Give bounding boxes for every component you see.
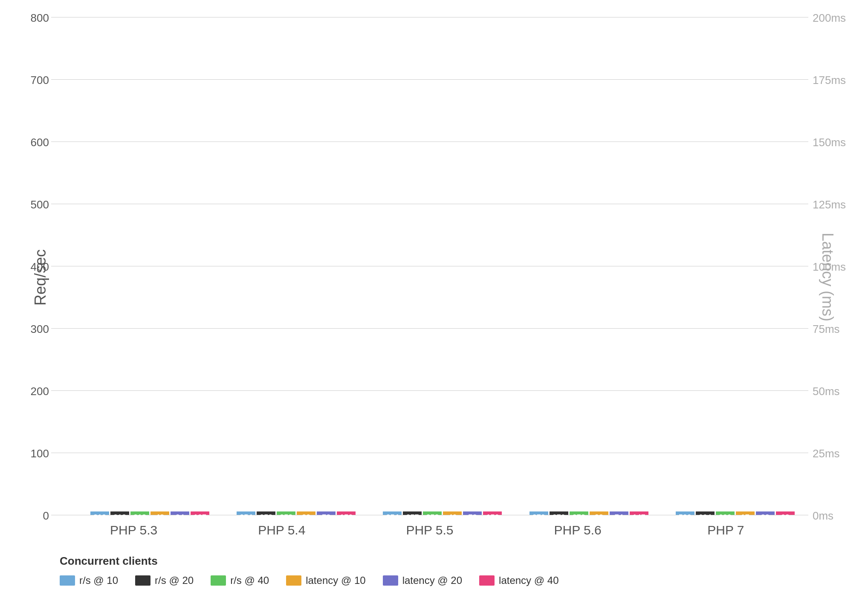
bar-value-label: 604	[696, 513, 715, 522]
bars-container: 2102132134894187254258258397815625425725…	[77, 17, 808, 515]
bar-value-label: 74	[610, 513, 628, 522]
left-tick-label: 700	[28, 74, 49, 87]
x-label-0: PHP 5.3	[100, 523, 168, 537]
bar: 258	[257, 511, 275, 515]
bar-wrapper: 210	[90, 511, 109, 515]
bar-wrapper: 147	[630, 511, 648, 515]
bar-wrapper: 272	[570, 511, 588, 515]
bar-value-label: 590	[676, 513, 694, 522]
legend-item-label: latency @ 20	[402, 575, 462, 586]
left-tick-label: 600	[28, 136, 49, 149]
bar-wrapper: 600	[716, 511, 735, 515]
bar-wrapper: 258	[257, 511, 275, 515]
legend-title: Concurrent clients	[60, 555, 158, 568]
legend-item-0: r/s @ 10	[60, 575, 118, 586]
x-label-1: PHP 5.4	[248, 523, 316, 537]
legend-color-swatch	[383, 575, 398, 586]
bar: 94	[171, 511, 189, 515]
bar: 78	[317, 511, 336, 515]
bar-value-label: 78	[317, 513, 336, 522]
bar-value-label: 213	[130, 513, 149, 522]
bar-wrapper: 213	[110, 511, 129, 515]
bar-wrapper: 156	[337, 511, 356, 515]
legend-item-1: r/s @ 20	[135, 575, 194, 586]
right-axis-label: Latency (ms)	[808, 17, 842, 537]
bar-group-3: 2702702723874147	[529, 511, 648, 515]
bar-wrapper: 258	[277, 511, 295, 515]
bar-wrapper: 270	[529, 511, 548, 515]
bar-value-label: 254	[237, 513, 255, 522]
bar-wrapper: 270	[550, 511, 568, 515]
bar-value-label: 258	[257, 513, 275, 522]
x-label-2: PHP 5.5	[396, 523, 464, 537]
legend-color-swatch	[479, 575, 495, 586]
bar-wrapper: 78	[317, 511, 336, 515]
left-tick-label: 0	[28, 509, 49, 523]
bar-wrapper: 74	[610, 511, 628, 515]
legend-item-4: latency @ 20	[383, 575, 462, 586]
bar-group-1: 2542582583978156	[237, 511, 356, 515]
bar-group-2: 2542572584078156	[383, 511, 502, 515]
left-tick-label: 400	[28, 260, 49, 274]
left-tick-label: 500	[28, 198, 49, 211]
legend-section: Concurrent clients r/s @ 10r/s @ 20r/s @…	[26, 555, 842, 586]
legend-item-label: latency @ 40	[499, 575, 558, 586]
bar-value-label: 48	[150, 513, 169, 522]
bar-value-label: 156	[337, 513, 356, 522]
bar-wrapper: 257	[403, 511, 422, 515]
bar-wrapper: 40	[443, 511, 462, 515]
bar: 270	[550, 511, 568, 515]
x-label-4: PHP 7	[692, 523, 760, 537]
bar: 39	[297, 511, 315, 515]
legend-item-label: r/s @ 20	[155, 575, 194, 586]
bar-value-label: 257	[403, 513, 422, 522]
bar-value-label: 94	[171, 513, 189, 522]
bar-wrapper: 33	[756, 511, 775, 515]
bar-value-label: 187	[191, 513, 209, 522]
bar: 187	[191, 511, 209, 515]
legend-item-label: r/s @ 40	[230, 575, 269, 586]
bar: 68	[776, 511, 795, 515]
bar-wrapper: 213	[130, 511, 149, 515]
bar-wrapper: 258	[423, 511, 442, 515]
bar-value-label: 39	[297, 513, 315, 522]
bar: 38	[590, 511, 608, 515]
bar-wrapper: 78	[463, 511, 482, 515]
legend-item-3: latency @ 10	[286, 575, 365, 586]
chart-container: Req/sec 800200ms700175ms600150ms500125ms…	[26, 17, 842, 586]
legend-item-5: latency @ 40	[479, 575, 558, 586]
bar-wrapper: 38	[590, 511, 608, 515]
grid-and-bars: 800200ms700175ms600150ms500125ms400100ms…	[51, 17, 808, 515]
bar-wrapper: 254	[383, 511, 402, 515]
bar-value-label: 600	[716, 513, 735, 522]
legend-color-swatch	[60, 575, 75, 586]
legend-item-2: r/s @ 40	[211, 575, 269, 586]
left-tick-label: 100	[28, 447, 49, 460]
bar: 604	[696, 511, 715, 515]
bar-value-label: 68	[776, 513, 795, 522]
legend-items: r/s @ 10r/s @ 20r/s @ 40latency @ 10late…	[60, 575, 559, 586]
bar-value-label: 270	[550, 513, 568, 522]
bar: 270	[529, 511, 548, 515]
bar-wrapper: 94	[171, 511, 189, 515]
left-tick-label: 800	[28, 12, 49, 25]
bar: 40	[443, 511, 462, 515]
bar-group-4: 590604600173368	[676, 511, 795, 515]
bar-wrapper: 68	[776, 511, 795, 515]
bar: 258	[277, 511, 295, 515]
bar-value-label: 147	[630, 513, 648, 522]
left-tick-label: 200	[28, 385, 49, 398]
bar-group-0: 2102132134894187	[90, 511, 209, 515]
chart-area: Req/sec 800200ms700175ms600150ms500125ms…	[26, 17, 842, 537]
bar-value-label: 213	[110, 513, 129, 522]
bar-wrapper: 156	[483, 511, 502, 515]
bar-value-label: 272	[570, 513, 588, 522]
bar-wrapper: 254	[237, 511, 255, 515]
legend-color-swatch	[211, 575, 226, 586]
bar: 147	[630, 511, 648, 515]
bar-value-label: 38	[590, 513, 608, 522]
bar-wrapper: 48	[150, 511, 169, 515]
left-tick-label: 300	[28, 323, 49, 336]
legend-item-label: r/s @ 10	[79, 575, 118, 586]
x-label-3: PHP 5.6	[544, 523, 612, 537]
